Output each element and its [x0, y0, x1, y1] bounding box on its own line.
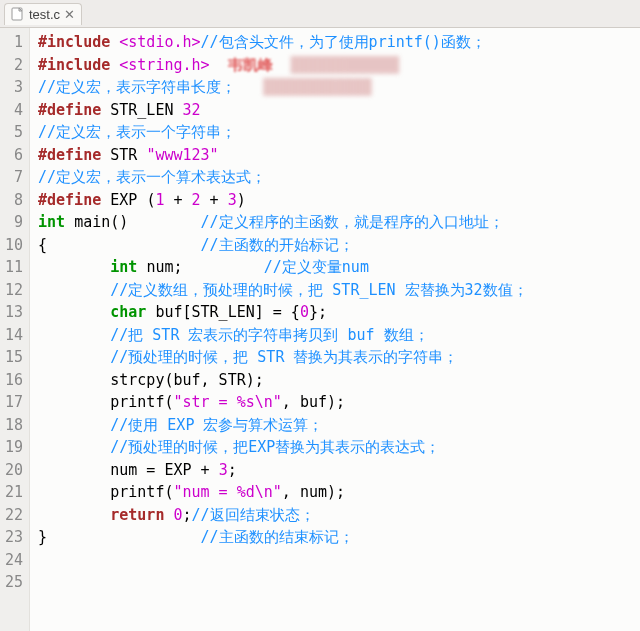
line-number: 12 [4, 279, 23, 302]
token-ident [38, 371, 110, 389]
token-kw-pre: #include [38, 33, 119, 51]
line-number: 23 [4, 526, 23, 549]
token-ident: ; [228, 461, 237, 479]
line-number: 9 [4, 211, 23, 234]
code-line[interactable]: //定义宏，表示字符串长度； ████████████ [38, 76, 528, 99]
token-kw-pre: #define [38, 146, 110, 164]
token-ident: }; [309, 303, 327, 321]
token-str: "www123" [146, 146, 218, 164]
line-number: 17 [4, 391, 23, 414]
token-op: , buf); [282, 393, 345, 411]
token-num: 0 [300, 303, 309, 321]
line-number: 21 [4, 481, 23, 504]
line-number: 14 [4, 324, 23, 347]
tab-bar: test.c ✕ [0, 0, 640, 28]
code-line[interactable]: #define EXP (1 + 2 + 3) [38, 189, 528, 212]
token-ident [38, 348, 110, 366]
token-str: <stdio.h> [119, 33, 200, 51]
token-ident [38, 303, 110, 321]
code-line[interactable]: #define STR_LEN 32 [38, 99, 528, 122]
line-number: 5 [4, 121, 23, 144]
token-kw-pre: #define [38, 191, 110, 209]
code-line[interactable]: { //主函数的开始标记； [38, 234, 528, 257]
token-ident [38, 483, 110, 501]
token-str: <string.h> [119, 56, 209, 74]
token-type: int [110, 258, 146, 276]
token-op: (buf, STR); [164, 371, 263, 389]
token-ident [38, 416, 110, 434]
token-ident [38, 258, 110, 276]
code-line[interactable]: strcpy(buf, STR); [38, 369, 528, 392]
token-cmt: //定义程序的主函数，就是程序的入口地址； [201, 213, 504, 231]
code-line[interactable]: #include <string.h> 韦凯峰 ████████████ [38, 54, 528, 77]
token-cmt: //主函数的开始标记； [201, 236, 354, 254]
token-cmt: //使用 EXP 宏参与算术运算； [110, 416, 323, 434]
token-ident: STR_LEN [110, 101, 182, 119]
token-type: int [38, 213, 74, 231]
token-cmt: //预处理的时候，把EXP替换为其表示的表达式； [110, 438, 440, 456]
code-editor[interactable]: 1234567891011121314151617181920212223242… [0, 28, 640, 631]
line-number: 13 [4, 301, 23, 324]
line-number-gutter: 1234567891011121314151617181920212223242… [0, 28, 30, 631]
tab-filename: test.c [29, 7, 60, 22]
code-line[interactable]: int main() //定义程序的主函数，就是程序的入口地址； [38, 211, 528, 234]
code-line[interactable]: int num; //定义变量num [38, 256, 528, 279]
token-fn: main [74, 213, 110, 231]
code-line[interactable]: #define STR "www123" [38, 144, 528, 167]
token-ident: buf[STR_LEN] = { [155, 303, 300, 321]
code-area[interactable]: #include <stdio.h>//包含头文件，为了使用printf()函数… [30, 28, 528, 631]
token-cmt: //定义数组，预处理的时候，把 STR_LEN 宏替换为32数值； [110, 281, 527, 299]
token-ident: num = EXP + [38, 461, 219, 479]
token-cmt: //主函数的结束标记； [201, 528, 354, 546]
token-ident: EXP [110, 191, 146, 209]
line-number: 2 [4, 54, 23, 77]
code-line[interactable]: char buf[STR_LEN] = {0}; [38, 301, 528, 324]
code-line[interactable]: #include <stdio.h>//包含头文件，为了使用printf()函数… [38, 31, 528, 54]
token-cmt: //包含头文件，为了使用printf()函数； [201, 33, 486, 51]
line-number: 20 [4, 459, 23, 482]
line-number: 6 [4, 144, 23, 167]
token-ident [38, 506, 110, 524]
code-line[interactable]: //定义宏，表示一个算术表达式； [38, 166, 528, 189]
token-kw-pre: #include [38, 56, 119, 74]
token-op: } [38, 528, 201, 546]
token-num: 3 [228, 191, 237, 209]
tab-test-c[interactable]: test.c ✕ [4, 3, 82, 25]
line-number: 18 [4, 414, 23, 437]
line-number: 25 [4, 571, 23, 594]
close-icon[interactable]: ✕ [64, 7, 75, 22]
line-number: 1 [4, 31, 23, 54]
code-line[interactable]: //把 STR 宏表示的字符串拷贝到 buf 数组； [38, 324, 528, 347]
code-line[interactable]: //定义宏，表示一个字符串； [38, 121, 528, 144]
code-line[interactable]: //使用 EXP 宏参与算术运算； [38, 414, 528, 437]
token-str: "str = %s\n" [173, 393, 281, 411]
code-line[interactable]: num = EXP + 3; [38, 459, 528, 482]
code-line[interactable]: } //主函数的结束标记； [38, 526, 528, 549]
code-line[interactable]: return 0;//返回结束状态； [38, 504, 528, 527]
token-op: + [164, 191, 191, 209]
code-line[interactable]: printf("num = %d\n", num); [38, 481, 528, 504]
token-ident [38, 281, 110, 299]
code-line[interactable]: //预处理的时候，把 STR 替换为其表示的字符串； [38, 346, 528, 369]
token-ident [38, 438, 110, 456]
line-number: 19 [4, 436, 23, 459]
token-ident [38, 393, 110, 411]
token-ident [38, 326, 110, 344]
token-op: , num); [282, 483, 345, 501]
token-op: { [38, 236, 201, 254]
file-c-icon [11, 7, 25, 21]
token-watermark: 韦凯峰 [210, 56, 291, 74]
token-num: 2 [192, 191, 201, 209]
token-cmt: //定义宏，表示一个字符串； [38, 123, 236, 141]
token-op: + [201, 191, 228, 209]
line-number: 16 [4, 369, 23, 392]
code-line[interactable]: printf("str = %s\n", buf); [38, 391, 528, 414]
token-ident: STR [110, 146, 146, 164]
token-kw-pre: #define [38, 101, 110, 119]
code-line[interactable]: //定义数组，预处理的时候，把 STR_LEN 宏替换为32数值； [38, 279, 528, 302]
code-line[interactable]: //预处理的时候，把EXP替换为其表示的表达式； [38, 436, 528, 459]
line-number: 15 [4, 346, 23, 369]
line-number: 11 [4, 256, 23, 279]
token-cmt: //定义宏，表示字符串长度； [38, 78, 236, 96]
token-num: 32 [183, 101, 201, 119]
